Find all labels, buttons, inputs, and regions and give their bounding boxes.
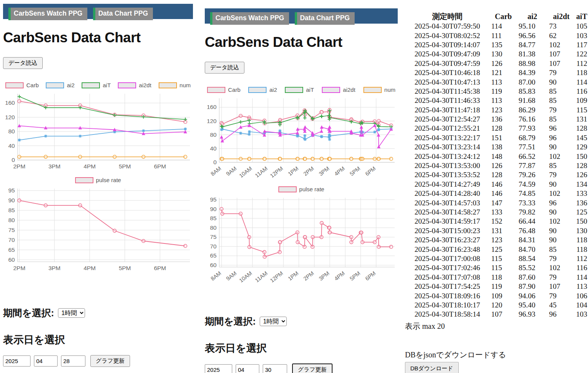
tab-data-chart-ppg[interactable]: Data Chart PPG: [93, 8, 153, 20]
legend-swatch: [82, 82, 100, 88]
date-select-heading: 表示日を選択: [3, 333, 193, 347]
legend-item-Carb[interactable]: Carb: [207, 86, 241, 93]
table-cell: 134: [575, 180, 587, 189]
table-cell: 122: [575, 50, 587, 59]
table-cell: 109: [575, 96, 587, 105]
period-select-label: 期間を選択:: [205, 315, 256, 328]
table-row: 2025-04-30T17:54:2511987.90107113: [405, 282, 587, 291]
table-cell: 145: [575, 133, 587, 142]
legend-item-ai2dt[interactable]: ai2dt: [322, 86, 355, 93]
pulse-chart: 2PM3PM4PM5PM6PM6065707580859095: [3, 186, 193, 273]
load-data-button[interactable]: データ読込: [205, 62, 244, 74]
legend-label: pulse rate: [96, 177, 121, 183]
table-cell: 90: [548, 226, 575, 235]
svg-text:6PM: 6PM: [154, 163, 166, 170]
table-row: 2025-04-30T17:02:4611585.52102116: [405, 263, 587, 272]
tab-data-chart-ppg[interactable]: Data Chart PPG: [295, 12, 355, 25]
tab-carbsens-watch-ppg[interactable]: CarbSens Watch PPG: [8, 8, 87, 20]
table-cell: 94.06: [517, 291, 548, 300]
table-cell: 115: [490, 263, 517, 272]
table-cell: 111: [490, 31, 517, 40]
db-download-button[interactable]: DBダウンロード: [405, 362, 459, 373]
table-cell: 68.79: [517, 133, 548, 142]
period-select[interactable]: 1時間: [58, 308, 85, 318]
table-cell: 95.40: [517, 301, 548, 310]
update-graph-button[interactable]: グラフ更新: [90, 355, 130, 367]
table-row: 2025-04-30T13:53:5212879.2679126: [405, 170, 587, 179]
svg-text:0: 0: [213, 159, 217, 165]
table-cell: 114: [490, 22, 517, 31]
table-cell: 79: [548, 106, 575, 115]
legend-item-num[interactable]: num: [363, 86, 395, 93]
month-input[interactable]: [236, 364, 259, 373]
table-row: 2025-04-30T10:47:1311387.0090114: [405, 77, 587, 86]
measurement-table: 測定時間 Carb ai2 ai2dt aiT 2025-04-30T07:59…: [405, 11, 587, 319]
day-input[interactable]: [263, 364, 287, 373]
chart-panel-left: CarbSens Watch PPG Data Chart PPG CarbSe…: [3, 4, 193, 367]
table-cell: 87.00: [517, 77, 548, 86]
table-row: 2025-04-30T17:00:0811588.5479112: [405, 254, 587, 263]
table-cell: 115: [490, 254, 517, 263]
legend-item-ai2[interactable]: ai2: [46, 82, 74, 88]
svg-text:2PM: 2PM: [302, 165, 315, 177]
period-select[interactable]: 1時間: [260, 317, 287, 326]
legend-label: pulse rate: [299, 186, 325, 192]
svg-text:5PM: 5PM: [349, 165, 361, 177]
date-select-heading: 表示日を選択: [205, 341, 398, 355]
day-input[interactable]: [61, 355, 85, 367]
col-header-carb: Carb: [490, 11, 517, 22]
table-cell: 2025-04-30T17:07:08: [405, 273, 490, 282]
svg-text:40: 40: [210, 145, 217, 152]
table-cell: 102: [548, 263, 575, 272]
tab-carbsens-watch-ppg[interactable]: CarbSens Watch PPG: [210, 12, 289, 25]
legend-item-pulse-rate[interactable]: pulse rate: [75, 177, 121, 183]
table-cell: 105: [575, 22, 587, 31]
month-input[interactable]: [34, 355, 58, 367]
table-cell: 79: [548, 170, 575, 179]
legend-item-pulse-rate[interactable]: pulse rate: [278, 186, 325, 192]
table-cell: 2025-04-30T13:24:12: [405, 152, 490, 161]
table-cell: 85: [548, 96, 575, 105]
table-cell: 2025-04-30T14:58:27: [405, 208, 490, 217]
legend-item-Carb[interactable]: Carb: [5, 82, 39, 88]
year-input[interactable]: [3, 355, 31, 367]
date-row: グラフ更新: [3, 355, 193, 367]
svg-text:3PM: 3PM: [318, 165, 330, 177]
col-header-time: 測定時間: [405, 11, 490, 22]
table-cell: 91.68: [517, 96, 548, 105]
table-cell: 85: [548, 245, 575, 254]
table-cell: 73.33: [517, 198, 548, 207]
col-header-ai2dt: ai2dt: [548, 11, 575, 22]
legend-item-ai2dt[interactable]: ai2dt: [118, 82, 151, 88]
table-cell: 151: [490, 133, 517, 142]
table-cell: 118: [490, 273, 517, 282]
table-cell: 116: [575, 263, 587, 272]
table-cell: 85.52: [517, 263, 548, 272]
legend-item-ai2[interactable]: ai2: [248, 86, 277, 93]
load-data-button[interactable]: データ読込: [3, 57, 43, 69]
table-cell: 2025-04-30T18:09:16: [405, 291, 490, 300]
table-cell: 107: [548, 282, 575, 291]
legend-item-aiT[interactable]: aiT: [82, 82, 111, 88]
table-cell: 150: [575, 217, 587, 226]
table-cell: 135: [490, 40, 517, 50]
svg-text:10AM: 10AM: [238, 270, 253, 284]
table-cell: 126: [490, 59, 517, 68]
table-cell: 87.90: [517, 282, 548, 291]
table-cell: 146: [490, 180, 517, 189]
table-cell: 113: [575, 282, 587, 291]
table-cell: 107: [548, 50, 575, 59]
update-graph-button[interactable]: グラフ更新: [292, 363, 333, 373]
svg-text:0: 0: [11, 157, 15, 163]
legend-item-aiT[interactable]: aiT: [285, 86, 314, 93]
svg-text:160: 160: [5, 99, 15, 106]
period-row: 期間を選択: 1時間: [205, 315, 398, 328]
legend-label: Carb: [26, 82, 39, 88]
table-cell: 79: [548, 291, 575, 300]
legend-item-num[interactable]: num: [159, 82, 191, 88]
table-cell: 2025-04-30T07:59:50: [405, 22, 490, 31]
table-cell: 77.93: [517, 124, 548, 133]
table-cell: 118: [575, 235, 587, 245]
year-input[interactable]: [205, 364, 232, 373]
table-cell: 102: [548, 189, 575, 198]
